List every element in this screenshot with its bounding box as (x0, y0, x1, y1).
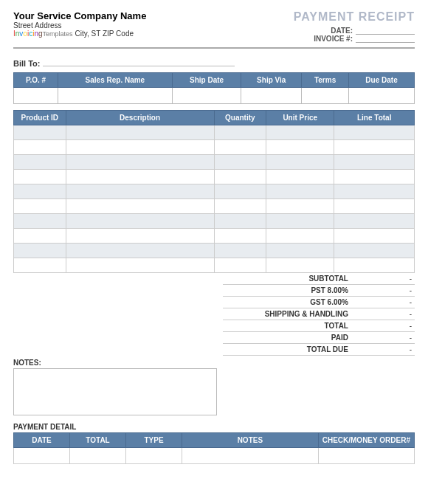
product-cell (14, 155, 66, 170)
product-cell (334, 155, 415, 170)
product-cell (66, 229, 214, 244)
payment-col-check: CHECK/MONEY ORDER# (318, 433, 414, 448)
payment-date (14, 448, 70, 464)
product-cell (214, 258, 266, 273)
subtotal-label: SUBTOTAL (223, 273, 351, 285)
product-cell (334, 140, 415, 155)
product-row (14, 244, 415, 258)
product-cell (14, 199, 66, 214)
payment-col-date: DATE (14, 433, 70, 448)
payment-detail-table: DATE TOTAL TYPE NOTES CHECK/MONEY ORDER# (13, 432, 415, 464)
paid-value: - (351, 332, 415, 344)
order-terms (302, 88, 349, 104)
payment-detail-row (14, 448, 415, 464)
pst-label: PST 8.00% (223, 285, 351, 297)
payment-col-notes: NOTES (182, 433, 319, 448)
logo-line: InvoicingTemplates City, ST ZIP Code (13, 30, 146, 38)
product-cell (66, 155, 214, 170)
product-cell (66, 184, 214, 199)
logo-icon: InvoicingTemplates (13, 30, 73, 38)
col-due-date: Due Date (349, 73, 415, 88)
bill-to-value (43, 53, 235, 66)
date-label: DATE: (331, 27, 353, 35)
gst-row: GST 6.00% - (223, 297, 415, 308)
receipt-meta: DATE: INVOICE #: (294, 27, 415, 43)
invoice-row: INVOICE #: (294, 35, 415, 43)
col-sales-rep: Sales Rep. Name (58, 73, 173, 88)
header: Your Service Company Name Street Address… (13, 10, 415, 43)
product-row (14, 140, 415, 155)
product-cell (14, 229, 66, 244)
order-ship-date (172, 88, 241, 104)
product-cell (266, 155, 334, 170)
address-line1: Street Address (13, 21, 146, 30)
product-cell (14, 214, 66, 229)
order-table-header-row: P.O. # Sales Rep. Name Ship Date Ship Vi… (14, 73, 415, 88)
payment-detail-section: PAYMENT DETAIL DATE TOTAL TYPE NOTES CHE… (13, 421, 415, 464)
product-cell (334, 258, 415, 273)
company-name: Your Service Company Name (13, 10, 146, 21)
product-cell (334, 125, 415, 140)
header-divider (13, 47, 415, 49)
company-info: Your Service Company Name Street Address… (13, 10, 146, 38)
product-cell (66, 125, 214, 140)
payment-type (126, 448, 182, 464)
col-description: Description (66, 111, 214, 125)
payment-total (70, 448, 126, 464)
receipt-header-right: PAYMENT RECEIPT DATE: INVOICE #: (294, 10, 415, 43)
page: Your Service Company Name Street Address… (0, 0, 428, 504)
date-value (356, 27, 415, 35)
col-ship-via: Ship Via (241, 73, 302, 88)
payment-detail-label: PAYMENT DETAIL (13, 421, 415, 432)
product-cell (66, 140, 214, 155)
bill-to-label: Bill To: (13, 59, 40, 68)
notes-box[interactable] (13, 368, 217, 415)
product-cell (334, 199, 415, 214)
date-row: DATE: (294, 27, 415, 35)
product-cell (266, 244, 334, 258)
order-po (14, 88, 58, 104)
col-terms: Terms (302, 73, 349, 88)
product-header-row: Product ID Description Quantity Unit Pri… (14, 111, 415, 125)
product-cell (214, 244, 266, 258)
product-cell (66, 258, 214, 273)
totals-table: SUBTOTAL - PST 8.00% - GST 6.00% - SHIPP… (223, 273, 415, 356)
product-cell (66, 214, 214, 229)
bottom-section: NOTES: (13, 359, 415, 415)
product-cell (14, 140, 66, 155)
receipt-title: PAYMENT RECEIPT (294, 10, 415, 24)
total-due-row: TOTAL DUE - (223, 344, 415, 356)
totals-spacer (223, 359, 415, 415)
payment-detail-header-row: DATE TOTAL TYPE NOTES CHECK/MONEY ORDER# (14, 433, 415, 448)
product-cell (66, 244, 214, 258)
gst-label: GST 6.00% (223, 297, 351, 308)
product-cell (214, 214, 266, 229)
product-cell (14, 244, 66, 258)
totals-section: SUBTOTAL - PST 8.00% - GST 6.00% - SHIPP… (13, 273, 415, 356)
pst-value: - (351, 285, 415, 297)
order-sales-rep (58, 88, 173, 104)
product-cell (266, 199, 334, 214)
product-cell (214, 229, 266, 244)
total-due-value: - (351, 344, 415, 356)
paid-label: PAID (223, 332, 351, 344)
order-due-date (349, 88, 415, 104)
product-cell (266, 170, 334, 184)
total-due-label: TOTAL DUE (223, 344, 351, 356)
col-po: P.O. # (14, 73, 58, 88)
subtotal-row: SUBTOTAL - (223, 273, 415, 285)
product-cell (266, 184, 334, 199)
product-cell (266, 229, 334, 244)
paid-row: PAID - (223, 332, 415, 344)
pst-row: PST 8.00% - (223, 285, 415, 297)
payment-check (318, 448, 414, 464)
gst-value: - (351, 297, 415, 308)
payment-notes (182, 448, 319, 464)
notes-label: NOTES: (13, 359, 217, 367)
bill-to: Bill To: (13, 53, 415, 68)
order-ship-via (241, 88, 302, 104)
product-row (14, 229, 415, 244)
subtotal-value: - (351, 273, 415, 285)
product-row (14, 199, 415, 214)
product-cell (266, 258, 334, 273)
